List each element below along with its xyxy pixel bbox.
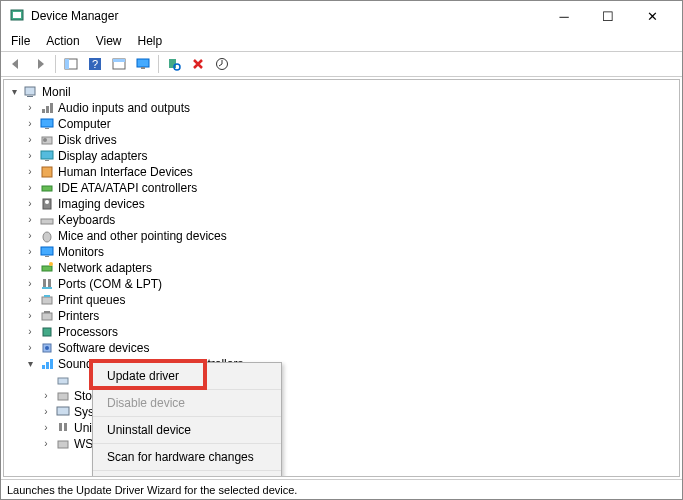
tree-category[interactable]: ›Print queues (8, 292, 675, 308)
back-icon[interactable] (5, 53, 27, 75)
tree-category[interactable]: ›Monitors (8, 244, 675, 260)
tree-category[interactable]: ›Network adapters (8, 260, 675, 276)
svg-point-27 (45, 200, 49, 204)
close-button[interactable]: ✕ (630, 1, 674, 31)
monitor-icon[interactable] (132, 53, 154, 75)
category-label: Ports (COM & LPT) (58, 276, 162, 292)
category-label: Monitors (58, 244, 104, 260)
chevron-icon[interactable]: › (24, 164, 36, 180)
chevron-icon[interactable]: ▾ (24, 356, 36, 372)
chevron-icon[interactable]: › (24, 340, 36, 356)
chevron-icon[interactable]: › (24, 212, 36, 228)
device-icon (55, 436, 71, 452)
titlebar: Device Manager ─ ☐ ✕ (1, 1, 682, 31)
category-icon (39, 340, 55, 356)
svg-rect-51 (64, 423, 67, 431)
action-icon[interactable] (108, 53, 130, 75)
tree-category[interactable]: ›Disk drives (8, 132, 675, 148)
tree-category[interactable]: ›Audio inputs and outputs (8, 100, 675, 116)
chevron-icon[interactable]: › (24, 292, 36, 308)
svg-rect-38 (44, 295, 50, 297)
svg-rect-44 (42, 365, 45, 369)
svg-rect-52 (58, 441, 68, 448)
chevron-icon[interactable]: › (24, 132, 36, 148)
chevron-icon[interactable]: › (24, 116, 36, 132)
tree-category[interactable]: ›Display adapters (8, 148, 675, 164)
tree-category[interactable]: ›Computer (8, 116, 675, 132)
chevron-icon[interactable]: › (24, 148, 36, 164)
category-icon (39, 180, 55, 196)
svg-rect-15 (42, 109, 45, 113)
category-icon (39, 356, 55, 372)
scan-hardware-icon[interactable] (163, 53, 185, 75)
chevron-icon[interactable]: › (40, 388, 52, 404)
tree-category[interactable]: ›Keyboards (8, 212, 675, 228)
svg-rect-13 (25, 87, 35, 95)
category-icon (39, 164, 55, 180)
device-tree[interactable]: ▾ Monil ›Audio inputs and outputs›Comput… (3, 79, 680, 477)
tree-category[interactable]: ›Mice and other pointing devices (8, 228, 675, 244)
tree-category[interactable]: ›IDE ATA/ATAPI controllers (8, 180, 675, 196)
statusbar: Launches the Update Driver Wizard for th… (1, 479, 682, 499)
menu-action[interactable]: Action (40, 32, 85, 50)
menu-file[interactable]: File (5, 32, 36, 50)
ctx-scan-hardware[interactable]: Scan for hardware changes (93, 444, 281, 471)
svg-rect-46 (50, 359, 53, 369)
tree-category[interactable]: ›Software devices (8, 340, 675, 356)
uninstall-icon[interactable] (187, 53, 209, 75)
category-label: Printers (58, 308, 99, 324)
minimize-button[interactable]: ─ (542, 1, 586, 31)
tree-category[interactable]: ›Human Interface Devices (8, 164, 675, 180)
svg-rect-36 (42, 287, 52, 289)
help-icon[interactable]: ? (84, 53, 106, 75)
chevron-icon[interactable]: › (24, 324, 36, 340)
category-icon (39, 260, 55, 276)
chevron-icon[interactable]: › (24, 260, 36, 276)
chevron-icon[interactable]: › (24, 276, 36, 292)
ctx-uninstall-device[interactable]: Uninstall device (93, 417, 281, 444)
chevron-icon[interactable]: › (24, 196, 36, 212)
ctx-update-driver[interactable]: Update driver (93, 363, 281, 390)
chevron-icon[interactable]: › (40, 420, 52, 436)
chevron-icon[interactable]: › (24, 308, 36, 324)
category-icon (39, 324, 55, 340)
category-icon (39, 228, 55, 244)
chevron-icon[interactable]: › (40, 436, 52, 452)
svg-rect-23 (45, 160, 49, 161)
show-hide-icon[interactable] (60, 53, 82, 75)
category-label: Network adapters (58, 260, 152, 276)
svg-rect-9 (141, 67, 145, 69)
device-icon (55, 372, 71, 388)
category-icon (39, 100, 55, 116)
chevron-down-icon[interactable]: ▾ (8, 84, 20, 100)
ctx-properties[interactable]: Properties (93, 471, 281, 477)
svg-rect-40 (44, 311, 50, 313)
category-label: Keyboards (58, 212, 115, 228)
chevron-icon[interactable]: › (40, 404, 52, 420)
tree-category[interactable]: ›Imaging devices (8, 196, 675, 212)
tree-root[interactable]: ▾ Monil (8, 84, 675, 100)
ctx-disable-device[interactable]: Disable device (93, 390, 281, 417)
chevron-icon[interactable]: › (24, 180, 36, 196)
svg-rect-8 (137, 59, 149, 67)
svg-rect-30 (41, 247, 53, 255)
category-label: Audio inputs and outputs (58, 100, 190, 116)
category-icon (39, 292, 55, 308)
chevron-icon[interactable]: › (24, 100, 36, 116)
svg-point-21 (43, 138, 47, 142)
svg-rect-25 (42, 186, 52, 191)
computer-icon (23, 84, 39, 100)
forward-icon[interactable] (29, 53, 51, 75)
chevron-icon[interactable]: › (24, 228, 36, 244)
menu-view[interactable]: View (90, 32, 128, 50)
chevron-icon[interactable]: › (24, 244, 36, 260)
device-icon (55, 388, 71, 404)
update-icon[interactable] (211, 53, 233, 75)
tree-category[interactable]: ›Ports (COM & LPT) (8, 276, 675, 292)
svg-point-43 (45, 346, 49, 350)
tree-category[interactable]: ›Printers (8, 308, 675, 324)
tree-category[interactable]: ›Processors (8, 324, 675, 340)
maximize-button[interactable]: ☐ (586, 1, 630, 31)
category-label: Disk drives (58, 132, 117, 148)
menu-help[interactable]: Help (132, 32, 169, 50)
